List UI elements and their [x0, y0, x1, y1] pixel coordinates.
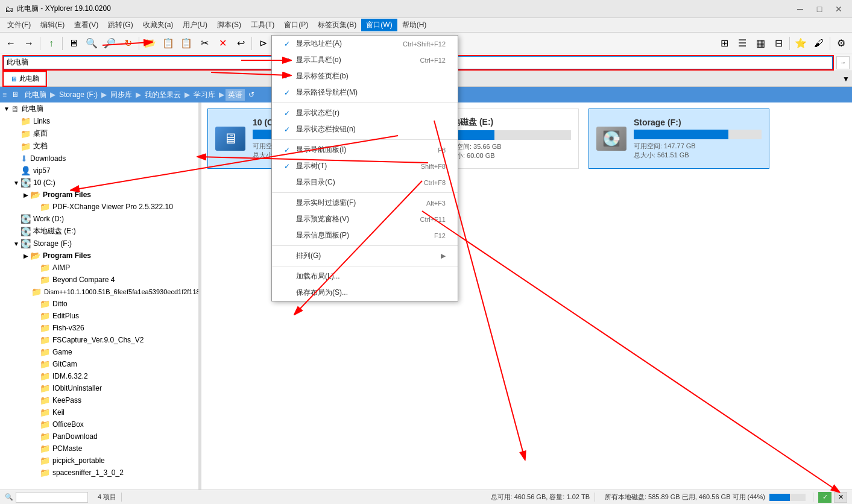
tree-item-vip57[interactable]: 👤 vip57: [0, 165, 198, 177]
ctx-show-toolbar[interactable]: ✓ 显示工具栏(o) Ctrl+F12: [272, 52, 458, 68]
ctx-show-preview[interactable]: ✓ 显示预览窗格(V) Ctrl+F11: [272, 211, 458, 227]
view3-button[interactable]: ▦: [752, 35, 769, 52]
tree-item-fscapture[interactable]: 📁 FSCapture_Ver.9.0_Chs_V2: [0, 334, 198, 346]
app-icon: 🗂: [5, 4, 13, 14]
address-go-button[interactable]: →: [836, 56, 850, 69]
back-button[interactable]: ←: [2, 35, 19, 52]
refresh-button[interactable]: ↻: [119, 35, 136, 52]
cut-button[interactable]: ✂: [196, 35, 213, 52]
close-button[interactable]: ✕: [830, 3, 847, 15]
up-button[interactable]: ↑: [43, 35, 60, 52]
drive-card-f[interactable]: 💽 Storage (F:) 可用空间: 147.77 GB 总大小: 561.…: [589, 109, 769, 169]
tab-dropdown-button[interactable]: ▼: [842, 75, 850, 83]
find-button[interactable]: 🔍: [83, 35, 100, 52]
ctx-show-statusbar[interactable]: ✓ 显示状态栏(r): [272, 105, 458, 121]
tree-item-pandownload[interactable]: 📁 PanDownload: [0, 430, 198, 443]
menu-window-p[interactable]: 窗口(P): [279, 19, 313, 31]
check-preview: ✓: [284, 215, 294, 224]
tree-label: spacesniffer_1_3_0_2: [52, 468, 124, 477]
paste-button[interactable]: 📋: [178, 35, 195, 52]
cancel-status-button[interactable]: ✕: [834, 492, 847, 503]
forward-button[interactable]: →: [21, 35, 37, 52]
star-button[interactable]: ⭐: [792, 35, 809, 52]
check-navpanel: ✓: [284, 146, 294, 154]
folder-icon: 📁: [21, 142, 31, 151]
tree-item-desktop[interactable]: 📁 桌面: [0, 127, 198, 140]
tree-item-officebox[interactable]: 📁 OfficeBox: [0, 418, 198, 430]
tree-item-thispc[interactable]: ▼ 🖥 此电脑: [0, 102, 198, 115]
tree-item-docs[interactable]: 📁 文档: [0, 140, 198, 153]
path-part-4[interactable]: 学习库: [191, 89, 218, 101]
tree-item-aimp[interactable]: 📁 AIMP: [0, 262, 198, 274]
ctx-show-livefilter[interactable]: ✓ 显示实时过滤窗(F) Alt+F3: [272, 195, 458, 211]
menu-view[interactable]: 查看(V): [69, 19, 103, 31]
tab-this-pc[interactable]: 🖥 此电脑: [4, 72, 46, 86]
tree-item-pcmaster[interactable]: 📁 PCMaste: [0, 443, 198, 455]
tree-item-ditto[interactable]: 📁 Ditto: [0, 298, 198, 310]
ctx-arrange[interactable]: ✓ 排列(G) ▶: [272, 248, 458, 264]
menu-favorites[interactable]: 收藏夹(a): [138, 19, 178, 31]
view1-button[interactable]: ⊞: [716, 35, 733, 52]
ctx-save-layout[interactable]: ✓ 保存布局为(S)...: [272, 285, 458, 301]
tree-item-links[interactable]: 📁 Links: [0, 115, 198, 127]
view2-button[interactable]: ☰: [734, 35, 751, 52]
ctx-show-navpanel[interactable]: ✓ 显示导航面板(I) F8: [272, 142, 458, 158]
ok-button[interactable]: ✓: [818, 492, 831, 503]
tree-item-storagef[interactable]: ▼ 💽 Storage (F:): [0, 238, 198, 250]
tree-item-programfiles2[interactable]: ▶ 📂 Program Files: [0, 250, 198, 262]
menu-script[interactable]: 脚本(S): [212, 19, 246, 31]
view4-button[interactable]: ⊟: [770, 35, 787, 52]
tree-item-beyondcompare[interactable]: 📁 Beyond Compare 4: [0, 274, 198, 286]
tree-item-spacesniffer[interactable]: 📁 spacesniffer_1_3_0_2: [0, 467, 198, 479]
tree-item-game[interactable]: 📁 Game: [0, 346, 198, 358]
tree-item-gitcam[interactable]: 📁 GitCam: [0, 358, 198, 370]
ctx-load-layout[interactable]: ✓ 加载布局(L)...: [272, 268, 458, 285]
tree-item-keil[interactable]: 📁 Keil: [0, 406, 198, 418]
minimize-button[interactable]: ─: [792, 3, 809, 15]
tree-item-idm[interactable]: 📁 IDM.6.32.2: [0, 370, 198, 382]
ctx-show-statusbtn[interactable]: ✓ 显示状态栏按钮(n): [272, 121, 458, 137]
menu-tabset[interactable]: 标签页集(B): [313, 19, 361, 31]
tree-item-dism[interactable]: 📁 Dism++10.1.1000.51B_6feef5fa1ea53930ec…: [0, 286, 198, 298]
menu-window-w[interactable]: 窗口(W): [361, 19, 397, 31]
ctx-show-pathnav[interactable]: ✓ 显示路径导航栏(M): [272, 84, 458, 101]
find2-button[interactable]: 🔎: [101, 35, 118, 52]
undo-button[interactable]: ↩: [232, 35, 249, 52]
ctx-show-infopanel[interactable]: ✓ 显示信息面板(P) F12: [272, 227, 458, 244]
delete-button[interactable]: ✕: [214, 35, 231, 52]
tree-item-downloads[interactable]: ⬇ Downloads: [0, 153, 198, 165]
menu-tools[interactable]: 工具(T): [246, 19, 279, 31]
path-part-1[interactable]: Storage (F:): [57, 89, 100, 100]
menu-edit[interactable]: 编辑(E): [36, 19, 69, 31]
tree-item-keepass[interactable]: 📁 KeePass: [0, 394, 198, 406]
path-part-3[interactable]: 我的坚果云: [142, 89, 183, 101]
menu-help[interactable]: 帮助(H): [397, 19, 432, 31]
tree-item-c[interactable]: ▼ 💽 10 (C:): [0, 177, 198, 189]
tree-item-iobit[interactable]: 📁 IObitUninstaller: [0, 382, 198, 394]
path-part-2[interactable]: 同步库: [108, 89, 134, 101]
path-part-5[interactable]: 英语: [226, 89, 245, 101]
maximize-button[interactable]: □: [811, 3, 828, 15]
ctx-show-address[interactable]: ✓ 显示地址栏(A) Ctrl+Shift+F12: [272, 36, 458, 52]
ctx-show-dir[interactable]: ✓ 显示目录(C) Ctrl+F8: [272, 174, 458, 191]
path-part-0[interactable]: 此电脑: [22, 89, 49, 101]
tree-item-fish[interactable]: 📁 Fish-v326: [0, 322, 198, 334]
open-button[interactable]: 📂: [142, 35, 159, 52]
ctx-show-tree[interactable]: ✓ 显示树(T) Shift+F8: [272, 158, 458, 174]
paint-button[interactable]: 🖌: [810, 35, 827, 52]
menu-user[interactable]: 用户(U): [178, 19, 212, 31]
tree-item-programfiles1[interactable]: ▶ 📂 Program Files: [0, 189, 198, 201]
tree-item-editplus[interactable]: 📁 EditPlus: [0, 310, 198, 322]
menu-jump[interactable]: 跳转(G): [103, 19, 137, 31]
search-input[interactable]: [16, 492, 88, 503]
tree-item-workd[interactable]: 💽 Work (D:): [0, 213, 198, 225]
copy-button[interactable]: 📋: [160, 35, 177, 52]
home-button[interactable]: 🖥: [65, 35, 82, 52]
settings-button[interactable]: ⚙: [833, 35, 850, 52]
tree-item-picpick[interactable]: 📁 picpick_portable: [0, 455, 198, 467]
tree-item-locale[interactable]: 💽 本地磁盘 (E:): [0, 225, 198, 238]
tree-item-pdfxchange[interactable]: 📁 PDF-XChange Viewer Pro 2.5.322.10: [0, 201, 198, 213]
ctx-show-tabbar[interactable]: ✓ 显示标签页栏(b): [272, 68, 458, 84]
menu-file[interactable]: 文件(F): [2, 19, 36, 31]
nav1-button[interactable]: ⊳: [254, 35, 271, 52]
